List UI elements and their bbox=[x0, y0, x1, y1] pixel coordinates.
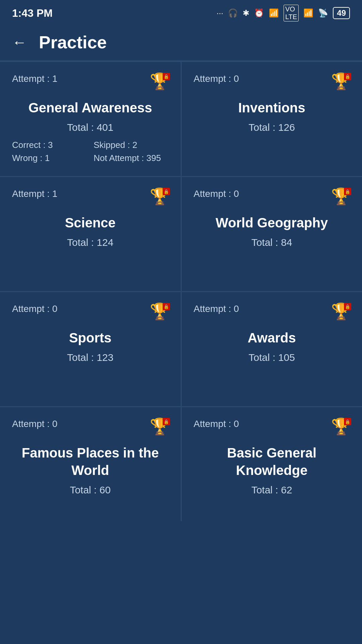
stat-item: Correct : 3 bbox=[12, 140, 87, 150]
card-title: Inventions bbox=[194, 99, 350, 116]
attempt-label: Attempt : 1 bbox=[12, 73, 57, 84]
lock-badge: 🔒 bbox=[163, 418, 170, 425]
card-general-awareness[interactable]: Attempt : 1 🏆 🔒 General Awareness Total … bbox=[0, 62, 181, 176]
attempt-label: Attempt : 0 bbox=[194, 189, 239, 199]
card-total: Total : 126 bbox=[194, 122, 350, 133]
stat-item: Wrong : 1 bbox=[12, 153, 87, 163]
card-title: Sports bbox=[12, 329, 169, 346]
trophy-lock-icon: 🏆 🔒 bbox=[331, 189, 350, 207]
attempt-label: Attempt : 1 bbox=[12, 189, 57, 199]
stat-item: Skipped : 2 bbox=[94, 140, 168, 150]
card-title: World Geography bbox=[194, 214, 350, 231]
card-title: General Awareness bbox=[12, 99, 169, 116]
card-world-geography[interactable]: Attempt : 0 🏆 🔒 World Geography Total : … bbox=[182, 177, 362, 291]
attempt-label: Attempt : 0 bbox=[194, 73, 239, 84]
card-header: Attempt : 1 🏆 🔒 bbox=[12, 189, 169, 207]
card-header: Attempt : 0 🏆 🔒 bbox=[194, 419, 350, 437]
page-title: Practice bbox=[39, 32, 107, 52]
card-header: Attempt : 0 🏆 🔒 bbox=[194, 189, 350, 207]
card-total: Total : 123 bbox=[12, 352, 169, 363]
card-stats: Correct : 3Skipped : 2Wrong : 1Not Attem… bbox=[12, 140, 169, 163]
lock-badge: 🔒 bbox=[163, 188, 170, 195]
card-header: Attempt : 0 🏆 🔒 bbox=[194, 304, 350, 322]
trophy-lock-icon: 🏆 🔒 bbox=[331, 73, 350, 92]
card-header: Attempt : 0 🏆 🔒 bbox=[12, 419, 169, 437]
signal2-icon: 📶 bbox=[303, 8, 313, 18]
wifi-icon: 📡 bbox=[318, 8, 328, 18]
card-inventions[interactable]: Attempt : 0 🏆 🔒 Inventions Total : 126 bbox=[182, 62, 362, 176]
status-time: 1:43 PM bbox=[12, 7, 53, 19]
card-header: Attempt : 0 🏆 🔒 bbox=[194, 73, 350, 92]
bluetooth-icon: ✱ bbox=[243, 8, 249, 18]
dots-icon: ··· bbox=[217, 8, 223, 18]
card-science[interactable]: Attempt : 1 🏆 🔒 Science Total : 124 bbox=[0, 177, 181, 291]
status-icons: ··· 🎧 ✱ ⏰ 📶 VOLTE 📶 📡 49 bbox=[217, 5, 350, 21]
lock-badge: 🔒 bbox=[344, 418, 351, 425]
card-total: Total : 105 bbox=[194, 352, 350, 363]
lock-badge: 🔒 bbox=[163, 73, 170, 80]
attempt-label: Attempt : 0 bbox=[12, 304, 57, 314]
lock-badge: 🔒 bbox=[163, 303, 170, 310]
signal-icon: 📶 bbox=[269, 8, 279, 18]
card-total: Total : 62 bbox=[194, 484, 350, 496]
stat-item: Not Attempt : 395 bbox=[94, 153, 168, 163]
attempt-label: Attempt : 0 bbox=[194, 419, 239, 429]
card-basic-general-knowledge[interactable]: Attempt : 0 🏆 🔒 Basic General Knowledge … bbox=[182, 407, 362, 521]
lock-badge: 🔒 bbox=[344, 73, 351, 80]
card-sports[interactable]: Attempt : 0 🏆 🔒 Sports Total : 123 bbox=[0, 292, 181, 406]
card-header: Attempt : 1 🏆 🔒 bbox=[12, 73, 169, 92]
header: ← Practice bbox=[0, 24, 362, 61]
lock-badge: 🔒 bbox=[344, 188, 351, 195]
card-total: Total : 60 bbox=[12, 484, 169, 496]
card-total: Total : 124 bbox=[12, 237, 169, 248]
back-button[interactable]: ← bbox=[12, 34, 27, 51]
card-header: Attempt : 0 🏆 🔒 bbox=[12, 304, 169, 322]
card-total: Total : 84 bbox=[194, 237, 350, 248]
attempt-label: Attempt : 0 bbox=[194, 304, 239, 314]
cards-grid: Attempt : 1 🏆 🔒 General Awareness Total … bbox=[0, 61, 362, 521]
trophy-lock-icon: 🏆 🔒 bbox=[150, 189, 169, 207]
lte-icon: VOLTE bbox=[284, 5, 299, 21]
alarm-icon: ⏰ bbox=[254, 8, 264, 18]
attempt-label: Attempt : 0 bbox=[12, 419, 57, 429]
card-total: Total : 401 bbox=[12, 122, 169, 133]
card-title: Science bbox=[12, 214, 169, 231]
card-title: Famous Places in the World bbox=[12, 444, 169, 479]
trophy-lock-icon: 🏆 🔒 bbox=[150, 304, 169, 322]
card-title: Basic General Knowledge bbox=[194, 444, 350, 479]
battery-indicator: 49 bbox=[333, 7, 350, 19]
trophy-lock-icon: 🏆 🔒 bbox=[150, 419, 169, 437]
card-awards[interactable]: Attempt : 0 🏆 🔒 Awards Total : 105 bbox=[182, 292, 362, 406]
trophy-lock-icon: 🏆 🔒 bbox=[150, 73, 169, 92]
trophy-lock-icon: 🏆 🔒 bbox=[331, 419, 350, 437]
trophy-lock-icon: 🏆 🔒 bbox=[331, 304, 350, 322]
headphone-icon: 🎧 bbox=[228, 8, 238, 18]
card-title: Awards bbox=[194, 329, 350, 346]
lock-badge: 🔒 bbox=[344, 303, 351, 310]
status-bar: 1:43 PM ··· 🎧 ✱ ⏰ 📶 VOLTE 📶 📡 49 bbox=[0, 0, 362, 24]
card-famous-places[interactable]: Attempt : 0 🏆 🔒 Famous Places in the Wor… bbox=[0, 407, 181, 521]
